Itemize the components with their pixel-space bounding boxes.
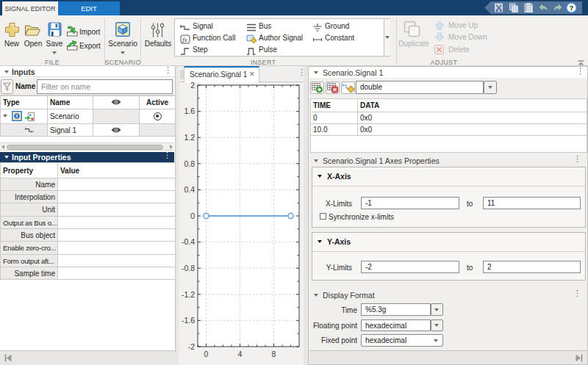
svg-text:fx: fx bbox=[182, 36, 187, 43]
svg-text:0: 0 bbox=[190, 212, 195, 220]
svg-text:-1.6: -1.6 bbox=[182, 316, 195, 325]
svg-text:0: 0 bbox=[204, 350, 209, 358]
svg-text:2: 2 bbox=[190, 82, 195, 90]
svg-text:-0.8: -0.8 bbox=[182, 264, 195, 272]
svg-text:8: 8 bbox=[272, 350, 276, 358]
svg-text:0.4: 0.4 bbox=[184, 185, 195, 194]
svg-text:-0.4: -0.4 bbox=[182, 237, 195, 246]
svg-text:1.6: 1.6 bbox=[184, 106, 195, 115]
svg-text:1.2: 1.2 bbox=[184, 133, 195, 142]
svg-text:0.8: 0.8 bbox=[184, 159, 195, 168]
svg-text:4: 4 bbox=[238, 350, 243, 358]
svg-text:-2: -2 bbox=[188, 342, 195, 351]
svg-text:-1.2: -1.2 bbox=[182, 290, 195, 299]
svg-text:?: ? bbox=[570, 4, 574, 12]
